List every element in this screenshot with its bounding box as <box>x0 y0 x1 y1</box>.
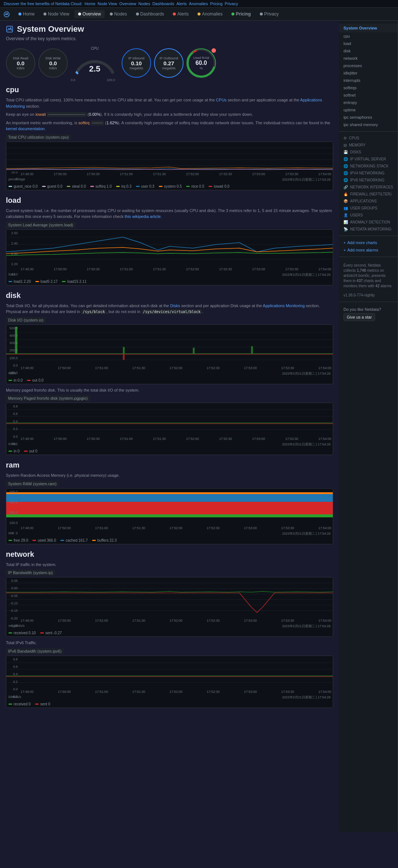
disk-chart-container1[interactable]: 500.0400.0300.0200.0100.00.0-100.0 <box>6 324 333 384</box>
ram-desc: System Random Access Memory (i.e. physic… <box>6 472 333 479</box>
sidebar-section-disks[interactable]: 💾 Disks <box>339 149 398 156</box>
sidebar-item-ipc-shared-memory[interactable]: ipc shared memory <box>339 121 398 128</box>
metric-ip-inbound[interactable]: IP Inbound 0.10 megabits <box>122 48 151 78</box>
sidebar-item-idlejitter[interactable]: idlejitter <box>339 69 398 77</box>
metric-ip-outbound[interactable]: IP Outbound 0.27 megabits <box>154 48 184 78</box>
networking-stack-icon: 🌐 <box>343 164 348 168</box>
ram-chart-container[interactable]: 400.0300.0200.0100.00 <box>6 488 333 544</box>
gauge-range: 0.0 100.0 <box>71 78 115 82</box>
disk-link-disks[interactable]: Disks <box>170 303 180 308</box>
sidebar-item-ipc-semaphores[interactable]: ipc semaphores <box>339 114 398 121</box>
svg-text:2.5: 2.5 <box>89 64 101 73</box>
ram-legend-cached: cached 161.7 <box>60 538 88 542</box>
sidebar-section-ipvs[interactable]: 🌐 IP Virtual Server <box>339 156 398 163</box>
ip-inbound-label: IP Inbound <box>128 56 144 60</box>
nav-dashboards[interactable]: Dashboards <box>132 10 168 18</box>
sidebar-section-anomaly[interactable]: 📊 Anomaly Detection <box>339 219 398 226</box>
sidebar-feedback: Do you like Netdata? Give us a star <box>339 305 398 323</box>
banner-link-dashboards[interactable]: Dashboards <box>152 1 174 6</box>
sidebar-title: System Overview <box>339 24 398 32</box>
sidebar-add-alarms[interactable]: + Add more alarms <box>339 246 398 254</box>
nav-pricing[interactable]: Pricing <box>228 10 255 18</box>
ip-inbound-unit: megabits <box>130 66 143 70</box>
sidebar-section-ipv4[interactable]: 🌐 IPv4 Networking <box>339 170 398 177</box>
sidebar-item-network[interactable]: network <box>339 55 398 62</box>
disk-link-apps[interactable]: Applications Monitoring <box>263 303 305 308</box>
nav-nodes[interactable]: Nodes <box>106 10 131 18</box>
nav-privacy[interactable]: Privacy <box>256 10 282 18</box>
metric-disk-read[interactable]: Disk Read 0.0 KiB/s <box>6 48 35 78</box>
disk-icon: 💾 <box>343 150 348 154</box>
banner-link-pricing[interactable]: Pricing <box>210 1 223 6</box>
sidebar-item-uptime[interactable]: uptime <box>339 106 398 114</box>
banner-link-nodeview[interactable]: Node View <box>98 1 117 6</box>
load-wiki-link[interactable]: this wikipedia article <box>125 214 161 219</box>
sidebar-section-ipv6[interactable]: 🌐 IPv6 Networking <box>339 177 398 184</box>
sidebar-add-charts[interactable]: + Add more charts <box>339 239 398 246</box>
cpu-link-apps[interactable]: Applications Monitoring <box>6 98 322 108</box>
sidebar-divider3 <box>339 257 398 257</box>
banner-link-home[interactable]: Home <box>84 1 95 6</box>
give-star-button[interactable]: Give us a star <box>343 313 375 321</box>
navbar: Home Node View Overview Nodes Dashboards… <box>0 8 398 21</box>
ip-outbound-label: IP Outbound <box>160 56 178 60</box>
banner-link-nodes[interactable]: Nodes <box>139 1 150 6</box>
banner-link-overview[interactable]: Overview <box>119 1 136 6</box>
cpu-legend-softirq: softirq 1.0 <box>90 184 112 188</box>
sidebar-firewall-label: Firewall (neftilter) <box>350 192 391 196</box>
network-section: network Total IP traffic in the system. … <box>6 550 333 708</box>
sidebar-item-cpu[interactable]: cpu <box>339 32 398 40</box>
ram-legend-buffers: buffers 22.3 <box>92 538 117 542</box>
load-chart-container[interactable]: 2.502.402.302.202.10 <box>6 229 333 285</box>
load-timestamp: 2023年3月21日星期二 | 17:54:25 <box>282 272 331 277</box>
disk-desc2: Memory paged from/to disk. This is usual… <box>6 387 333 393</box>
cpu-legend-guest-nice: guest_nice 0.0 <box>8 184 38 188</box>
nav-anomalies[interactable]: Anomalies <box>194 10 226 18</box>
nav-home[interactable]: Home <box>15 10 38 18</box>
metric-disk-write[interactable]: Disk Write 0.0 KiB/s <box>38 48 68 78</box>
cpu-legend-irq: irq 0.3 <box>116 184 132 188</box>
network-legend1: received 0.10 sent -0.27 <box>6 629 333 636</box>
metric-used-ram[interactable]: Used RAM 60.0 % <box>186 48 216 78</box>
sidebar-section-memory[interactable]: ▤ Memory <box>339 142 398 149</box>
banner-link-anomalies[interactable]: Anomalies <box>189 1 208 6</box>
cpu-gauge[interactable]: CPU 2.5 0.0 100.0 <box>71 46 119 80</box>
nav-alerts[interactable]: Alerts <box>169 10 192 18</box>
sidebar-item-disk[interactable]: disk <box>339 47 398 55</box>
disk-chart-container2[interactable]: 0.80.60.40.20.0-0.2 <box>6 403 333 455</box>
cpu-link-cpus[interactable]: CPUs <box>216 98 227 102</box>
sidebar-section-netdata-monitoring[interactable]: 📡 Netdata Monitoring <box>339 226 398 233</box>
network-chart-container1[interactable]: 0.050.00-0.05-0.10-0.15-0.20-0.25 <box>6 577 333 637</box>
sidebar-section-applications[interactable]: 📦 Applications <box>339 198 398 205</box>
sidebar-item-interrupts[interactable]: interrupts <box>339 77 398 84</box>
nav-nodeview[interactable]: Node View <box>40 10 73 18</box>
sidebar-item-softirqs[interactable]: softirqs <box>339 84 398 91</box>
sidebar-item-entropy[interactable]: entropy <box>339 99 398 106</box>
sidebar-section-firewall[interactable]: 🔥 Firewall (neftilter) <box>339 191 398 198</box>
cpu-legend-steal: steal 0.0 <box>67 184 86 188</box>
svg-rect-47 <box>6 656 333 689</box>
svg-rect-24 <box>193 348 195 354</box>
nav-overview[interactable]: Overview <box>74 10 105 18</box>
disk-xaxis1: 17:48:0017:50:0017:51:0017:51:3017:52:00… <box>19 365 333 371</box>
cpu-chart-container[interactable]: 100.080.060.040.020.00 <box>6 142 333 190</box>
sidebar-item-load[interactable]: load <box>339 40 398 47</box>
sidebar-section-net-interfaces[interactable]: 🔗 Network Interfaces <box>339 184 398 191</box>
sidebar-item-softnet[interactable]: softnet <box>339 91 398 99</box>
banner-link-alerts[interactable]: Alerts <box>177 1 187 6</box>
network-chart-container2[interactable]: 0.80.60.40.20.0-0.2 <box>6 656 333 708</box>
kernel-doc-link[interactable]: kernel documentation <box>6 126 45 131</box>
load-yaxis: 2.502.402.302.202.10 <box>6 230 19 278</box>
user-groups-icon: 👥 <box>343 206 348 210</box>
network-desc1: Total IP traffic in the system. <box>6 562 333 568</box>
sidebar-cpus-label: CPUs <box>349 136 359 140</box>
banner-link-privacy[interactable]: Privacy <box>225 1 238 6</box>
sidebar-section-cpus[interactable]: ⚙ CPUs <box>339 135 398 142</box>
sidebar-section-user-groups[interactable]: 👥 User Groups <box>339 205 398 212</box>
sidebar-user-groups-label: User Groups <box>350 206 377 210</box>
disk-yaxis1: 500.0400.0300.0200.0100.00.0-100.0 <box>6 325 19 376</box>
sidebar-section-users[interactable]: 👤 Users <box>339 212 398 219</box>
sidebar-section-networking-stack[interactable]: 🌐 Networking Stack <box>339 163 398 170</box>
monitor-icon: 📡 <box>343 227 348 231</box>
sidebar-item-processes[interactable]: processes <box>339 62 398 69</box>
